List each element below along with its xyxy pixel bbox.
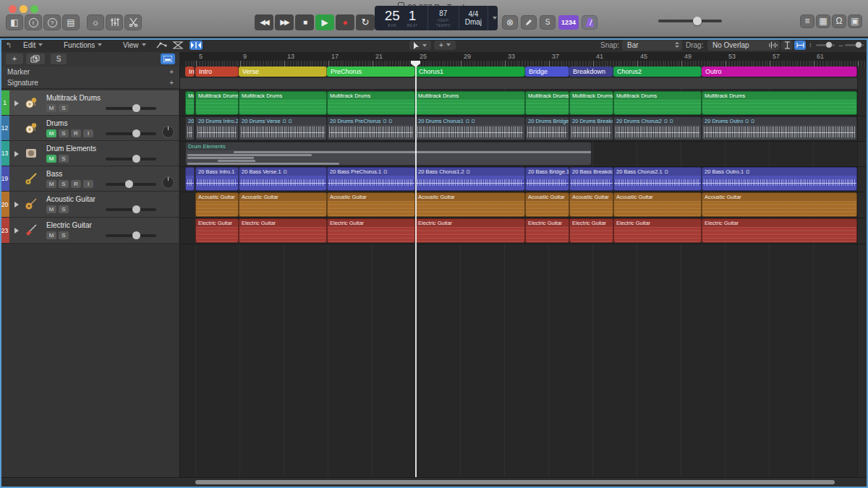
- rewind-button[interactable]: ◀◀: [255, 14, 273, 30]
- region[interactable]: Electric Guitar: [702, 218, 857, 243]
- flex-button[interactable]: [172, 41, 184, 49]
- ruler-bar-number[interactable]: 29: [464, 53, 471, 60]
- track-header[interactable]: 12DrumsMSRI: [0, 116, 179, 141]
- region[interactable]: [185, 167, 195, 191]
- metronome-button[interactable]: [582, 15, 597, 30]
- region[interactable]: 20 Bass Chorus2.1Ω: [613, 167, 702, 191]
- region[interactable]: Electric Guitar: [613, 218, 702, 243]
- event-list-button[interactable]: ≡: [800, 14, 814, 28]
- mute-button[interactable]: M: [46, 180, 56, 188]
- region[interactable]: Acoustic Guitar: [525, 192, 569, 217]
- mute-button[interactable]: M: [46, 104, 56, 112]
- quick-help-button[interactable]: ?: [43, 14, 61, 30]
- catch-playhead-button[interactable]: [190, 40, 203, 50]
- region[interactable]: Electric Guitar: [239, 218, 327, 243]
- lcd-display[interactable]: 25BAR 1BEAT 87 KEEP TEMPO 4/4 Dmaj: [375, 6, 498, 30]
- region[interactable]: 20 Bass Intro.1: [195, 167, 239, 191]
- volume-slider-thumb[interactable]: [132, 129, 140, 137]
- count-in-button[interactable]: 1234: [558, 15, 579, 30]
- arrangement-marker[interactable]: Intro: [185, 67, 195, 77]
- volume-slider[interactable]: [106, 155, 156, 163]
- volume-slider[interactable]: [106, 129, 156, 137]
- region[interactable]: 20: [185, 116, 195, 140]
- arrangement-marker[interactable]: PreChorus: [327, 67, 415, 77]
- ruler-bar-number[interactable]: 61: [817, 53, 824, 60]
- inspector-button[interactable]: i: [25, 14, 42, 30]
- volume-slider-thumb[interactable]: [125, 180, 133, 188]
- vertical-zoom-slider[interactable]: [816, 44, 835, 46]
- solo-mode-button[interactable]: S: [540, 15, 556, 30]
- left-click-tool-menu[interactable]: [409, 40, 431, 50]
- region[interactable]: Electric Guitar: [415, 218, 525, 243]
- pan-knob[interactable]: [162, 176, 174, 189]
- master-volume-slider[interactable]: [658, 20, 722, 22]
- solo-button[interactable]: S: [59, 155, 69, 163]
- region[interactable]: 20 Drums Intro.2: [195, 116, 239, 140]
- toolbar-toggle-button[interactable]: ▤: [62, 14, 80, 30]
- region[interactable]: 20 Drums Chorus1ΩΩ: [415, 116, 525, 140]
- mute-button[interactable]: M: [46, 129, 56, 137]
- add-track-button[interactable]: +: [6, 53, 23, 64]
- record-enable-button[interactable]: R: [71, 180, 81, 188]
- region[interactable]: Multitrack Drums: [195, 91, 239, 115]
- punch-button[interactable]: ⊗: [502, 15, 518, 30]
- ruler-bar-number[interactable]: 41: [596, 53, 603, 60]
- region[interactable]: Multitrack Drums: [327, 91, 415, 115]
- marker-global-track[interactable]: Marker+: [0, 67, 179, 78]
- signature-global-track[interactable]: Signature+: [0, 77, 179, 89]
- functions-menu[interactable]: Functions: [64, 38, 102, 52]
- pencil-mode-button[interactable]: [521, 15, 537, 30]
- stop-button[interactable]: ■: [295, 14, 314, 30]
- ruler-bar-number[interactable]: 53: [728, 53, 736, 60]
- volume-slider-thumb[interactable]: [132, 231, 140, 239]
- track-header[interactable]: 1Multitrack DrumsMS: [0, 90, 179, 116]
- waveform-zoom-button[interactable]: [767, 40, 780, 50]
- volume-slider-thumb[interactable]: [132, 205, 140, 213]
- region[interactable]: Multitrack Drums: [525, 91, 569, 115]
- master-solo-button[interactable]: S: [51, 53, 67, 64]
- ruler-bar-number[interactable]: 37: [552, 53, 559, 60]
- arrangement-marker[interactable]: Breakdown: [569, 67, 613, 77]
- region[interactable]: 20 Bass Chorus1.2Ω: [415, 167, 525, 191]
- lcd-menu-button[interactable]: [488, 6, 498, 30]
- disclosure-triangle-icon[interactable]: [14, 100, 19, 106]
- mixer-button[interactable]: [106, 14, 123, 30]
- ruler-bar-number[interactable]: 21: [375, 53, 383, 60]
- region[interactable]: 20 Bass Verse.1Ω: [239, 167, 327, 191]
- mute-button[interactable]: M: [46, 155, 56, 163]
- ruler-bar-number[interactable]: 9: [243, 53, 247, 60]
- mute-button[interactable]: M: [46, 231, 56, 239]
- region[interactable]: 20 Drums PreChorusΩΩ: [327, 116, 415, 140]
- arrangement-marker[interactable]: Outro: [702, 67, 857, 77]
- edit-menu[interactable]: Edit: [23, 38, 43, 52]
- lcd-tempo[interactable]: 87 KEEP TEMPO: [428, 6, 459, 30]
- record-button[interactable]: ●: [336, 14, 354, 30]
- volume-slider[interactable]: [106, 180, 156, 188]
- region[interactable]: Multitrack Drums: [185, 91, 195, 115]
- region[interactable]: Electric Guitar: [327, 218, 415, 243]
- vertical-zoom-thumb[interactable]: [826, 42, 832, 48]
- cycle-button[interactable]: ↻: [356, 14, 375, 30]
- region[interactable]: Multitrack Drums: [702, 91, 857, 115]
- track-header[interactable]: 13Drum ElementsMS: [0, 141, 179, 166]
- arrangement-marker[interactable]: Intro: [195, 67, 239, 77]
- drag-select[interactable]: No Overlap: [707, 40, 776, 51]
- ruler-bar-number[interactable]: 45: [640, 53, 647, 60]
- horizontal-scrollbar-thumb[interactable]: [195, 480, 835, 484]
- volume-slider[interactable]: [106, 104, 156, 112]
- region[interactable]: Electric Guitar: [569, 218, 613, 243]
- solo-button[interactable]: S: [59, 231, 69, 239]
- volume-slider[interactable]: [106, 205, 156, 213]
- input-monitor-button[interactable]: I: [83, 129, 93, 137]
- track-header[interactable]: 20Acoustic GuitarMS: [0, 192, 179, 218]
- region[interactable]: Acoustic Guitar: [239, 192, 327, 217]
- solo-button[interactable]: S: [59, 205, 69, 213]
- region[interactable]: 20 Drums Bridge: [525, 116, 569, 140]
- track-header[interactable]: 23Electric GuitarMS: [0, 218, 179, 244]
- region[interactable]: Drum Elements: [185, 142, 592, 166]
- region[interactable]: 20 Bass PreChorus.1Ω: [327, 167, 415, 191]
- region[interactable]: Electric Guitar: [525, 218, 569, 243]
- ruler-bar-number[interactable]: 57: [773, 53, 780, 60]
- view-menu[interactable]: View: [123, 38, 146, 52]
- region[interactable]: 20 Bass Outro.1Ω: [702, 167, 857, 191]
